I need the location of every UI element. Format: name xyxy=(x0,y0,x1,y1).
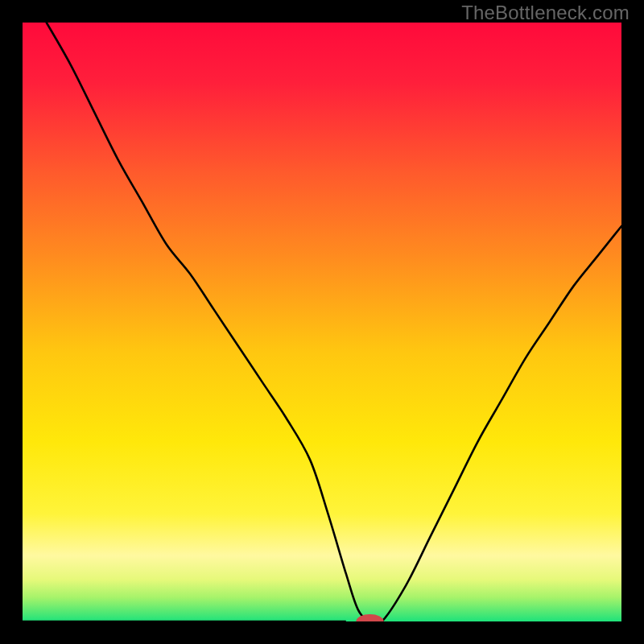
bottleneck-plot xyxy=(23,23,621,621)
gradient-background xyxy=(23,23,621,621)
watermark-text: TheBottleneck.com xyxy=(461,2,630,24)
chart-frame: TheBottleneck.com xyxy=(0,0,644,644)
plot-svg xyxy=(23,23,621,621)
